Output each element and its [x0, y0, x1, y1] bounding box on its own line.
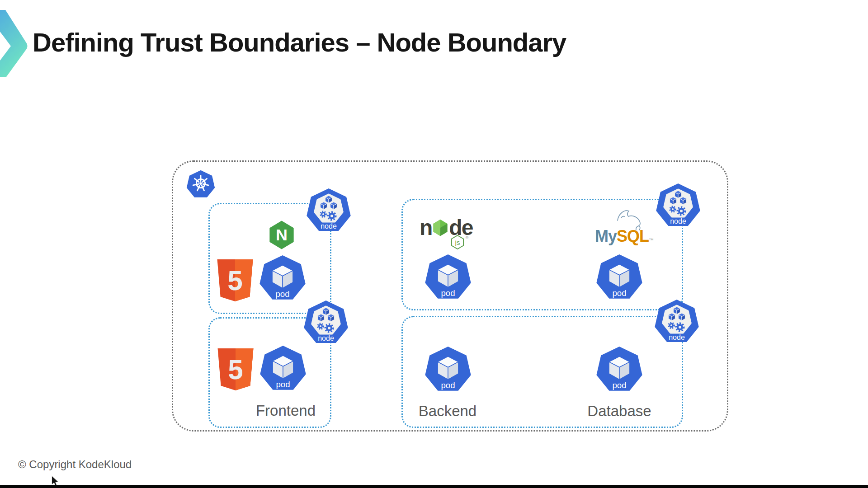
- mysql-logo: MySQL™: [594, 207, 653, 246]
- svg-text:®: ®: [466, 235, 469, 240]
- kubernetes-cluster-icon: [186, 170, 215, 199]
- pod-icon: [425, 254, 472, 301]
- database-label: Database: [570, 403, 669, 420]
- html5-icon: 5: [214, 258, 256, 305]
- node-icon: [306, 188, 351, 233]
- svg-text:5: 5: [228, 355, 243, 385]
- pod-icon: [259, 345, 307, 392]
- page-title: Defining Trust Boundaries – Node Boundar…: [33, 28, 711, 57]
- mysql-wordmark-sql: SQL: [617, 227, 649, 245]
- nodejs-logo: n de js ®: [420, 216, 483, 251]
- html5-digit: 5: [227, 266, 242, 296]
- nodejs-wordmark-n: n: [420, 216, 432, 239]
- pod-icon: [596, 346, 643, 393]
- pod-icon: [425, 346, 472, 393]
- svg-text:js: js: [455, 239, 460, 246]
- node-icon: [654, 299, 699, 344]
- mysql-trademark: ™: [649, 237, 653, 243]
- nginx-letter: N: [276, 225, 288, 244]
- nodejs-js-badge: js ®: [450, 235, 471, 251]
- copyright-footer: © Copyright KodeKloud: [18, 458, 132, 471]
- brand-chevron-icon: [0, 10, 28, 77]
- nginx-icon: N: [268, 220, 296, 250]
- node-icon: [303, 300, 349, 345]
- node-icon: [656, 183, 701, 228]
- html5-icon: 5: [214, 347, 257, 394]
- frontend-label: Frontend: [236, 402, 335, 419]
- pod-icon: [259, 255, 306, 302]
- pod-icon: [596, 254, 643, 301]
- bottom-bar: [0, 485, 868, 488]
- nodejs-hexagon-icon: [432, 219, 448, 237]
- mysql-wordmark-my: My: [595, 227, 617, 245]
- backend-label: Backend: [398, 403, 497, 420]
